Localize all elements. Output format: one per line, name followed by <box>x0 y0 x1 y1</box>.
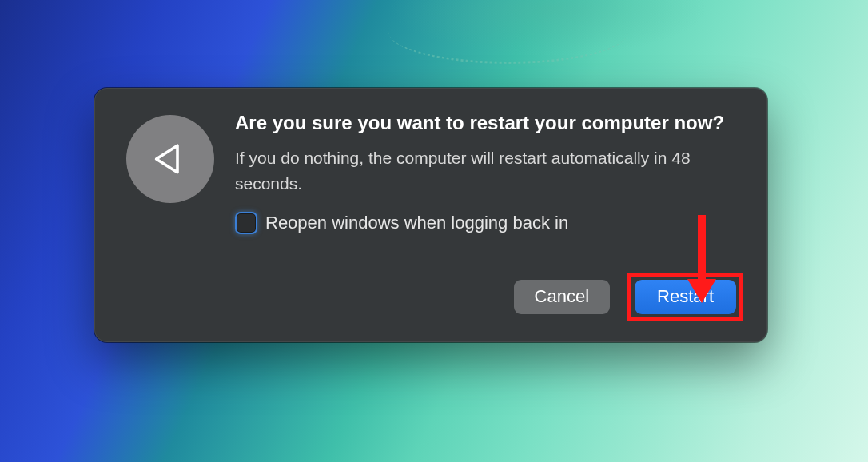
dialog-message: If you do nothing, the computer will res… <box>235 145 743 196</box>
dialog-title: Are you sure you want to restart your co… <box>235 110 743 136</box>
cancel-button[interactable]: Cancel <box>514 280 610 313</box>
triangle-back-icon <box>149 140 187 178</box>
desktop-background-shape <box>388 0 628 64</box>
annotation-highlight-box: Restart <box>627 273 743 321</box>
dialog-content: Are you sure you want to restart your co… <box>235 110 743 321</box>
dialog-button-row: Cancel Restart <box>235 273 743 321</box>
dialog-icon-column <box>118 110 214 321</box>
reopen-windows-label: Reopen windows when logging back in <box>265 213 568 233</box>
reopen-windows-option[interactable]: Reopen windows when logging back in <box>235 212 743 234</box>
reopen-windows-checkbox[interactable] <box>235 212 257 234</box>
restart-button[interactable]: Restart <box>635 280 736 313</box>
restart-icon <box>126 115 214 203</box>
restart-confirmation-dialog: Are you sure you want to restart your co… <box>94 88 767 342</box>
